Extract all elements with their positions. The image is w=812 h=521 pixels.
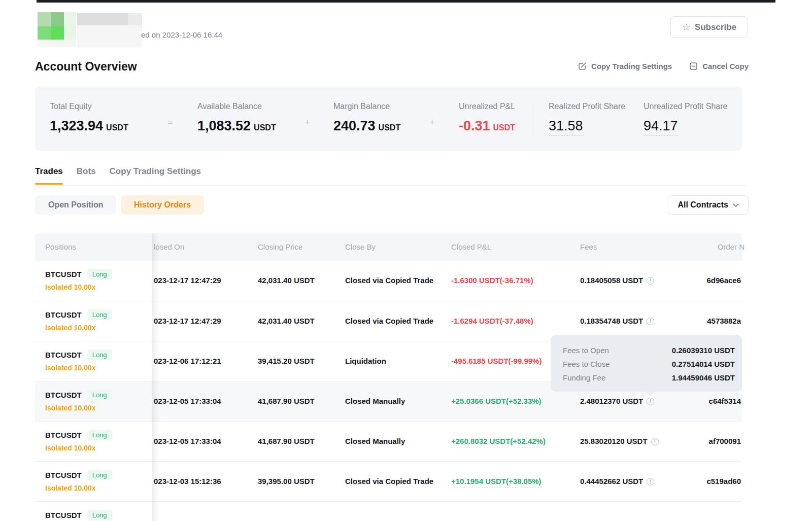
col-positions: Positions <box>45 233 76 261</box>
side-badge: Long <box>87 269 112 280</box>
fees-info-icon[interactable]: ! <box>647 478 654 485</box>
closed-pnl-value[interactable]: -1.6300 USDT(-36.71%) <box>451 276 533 287</box>
tooltip-value: 0.27514014 USDT <box>672 360 735 368</box>
trader-avatar <box>51 26 64 40</box>
close-by-cell: Closed via Copied Trade <box>345 261 433 300</box>
closed-pnl-value[interactable]: -495.6185 USDT(-99.99%) <box>451 357 542 367</box>
closing-price-cell: 39,415.20 USDT <box>258 341 315 381</box>
closing-price-cell: 42,031.40 USDT <box>258 301 315 341</box>
copy-trading-settings-label: Copy Trading Settings <box>591 62 672 71</box>
edit-icon <box>578 62 587 71</box>
fees-info-icon[interactable]: ! <box>647 318 654 325</box>
closed-on-cell: 023-12-03 15:12:36 <box>154 462 221 501</box>
closing-price-cell: 41,687.90 USDT <box>258 422 315 461</box>
history-orders-button[interactable]: History Orders <box>121 195 204 215</box>
col-fees: Fees <box>580 233 597 261</box>
subscribe-label: Subscribe <box>695 22 736 32</box>
table-row[interactable]: BTCUSDT Long Isolated 10.00x 023-12-03 1… <box>35 461 742 501</box>
plus-operator: + <box>304 117 310 128</box>
subscribe-button[interactable]: ☆ Subscribe <box>670 16 748 38</box>
active-tab-indicator <box>35 183 63 185</box>
stat-value: 31.58 <box>549 118 583 136</box>
closed-pnl-value[interactable]: +260.8032 USDT(+52.42%) <box>451 437 546 447</box>
account-stats-bar: Total Equity 1,323.94USDT = Available Ba… <box>35 86 742 151</box>
table-row[interactable]: BTCUSDT Long <box>35 501 742 521</box>
position-leverage: Isolated 10.00x <box>45 484 112 492</box>
table-row[interactable]: BTCUSDT Long Isolated 10.00x 023-12-05 1… <box>35 421 742 461</box>
side-badge: Long <box>87 350 112 360</box>
fees-value: 0.44452662 USDT <box>580 477 643 485</box>
stat-value: 1,083.52 <box>197 118 251 133</box>
stat-unit: USDT <box>254 123 276 132</box>
stat-label: Unrealized P&L <box>459 102 515 111</box>
table-row[interactable]: BTCUSDT Long Isolated 10.00x 023-12-17 1… <box>35 261 742 301</box>
close-by-cell: Closed via Copied Trade <box>345 301 433 341</box>
side-badge: Long <box>87 430 112 440</box>
tooltip-value: 0.26039310 USDT <box>672 346 735 355</box>
closing-price-cell: 39,395.00 USDT <box>258 462 315 501</box>
open-position-button[interactable]: Open Position <box>35 195 116 215</box>
tab-label: Bots <box>77 166 96 176</box>
tab-copy-trading-settings[interactable]: Copy Trading Settings <box>110 163 201 184</box>
col-closing-price: Closing Price <box>258 233 302 261</box>
position-symbol: BTCUSDT <box>45 310 82 319</box>
copy-trading-settings-link[interactable]: Copy Trading Settings <box>578 62 672 71</box>
position-symbol: BTCUSDT <box>45 391 82 399</box>
tooltip-value: 1.94459046 USDT <box>672 373 735 382</box>
tooltip-label: Fees to Close <box>563 360 610 368</box>
equals-operator: = <box>167 117 173 128</box>
position-cell: BTCUSDT Long Isolated 10.00x <box>45 430 112 452</box>
table-header: Positions losed On Closing Price Close B… <box>35 233 742 261</box>
contracts-dropdown[interactable]: All Contracts <box>668 195 749 215</box>
side-badge: Long <box>87 309 112 320</box>
copy-trading-page: ed on 2023-12-06 16:44 ☆ Subscribe Accou… <box>0 0 812 521</box>
trader-avatar <box>51 12 64 26</box>
tab-trades[interactable]: Trades <box>35 163 63 184</box>
stat-label: Available Balance <box>197 102 262 111</box>
stat-unit: USDT <box>379 123 401 132</box>
order-no-cell: c519ad60 <box>706 462 741 501</box>
page-title: Account Overview <box>35 60 137 74</box>
trader-avatar <box>38 26 51 40</box>
fees-info-icon[interactable]: ! <box>647 277 654 285</box>
stat-value: 94.17 <box>644 118 678 136</box>
minus-square-icon <box>689 62 698 71</box>
cancel-copy-link[interactable]: Cancel Copy <box>689 62 749 71</box>
side-badge: Long <box>87 510 112 520</box>
closed-on-cell: 023-12-06 17:12:21 <box>154 341 221 381</box>
closed-pnl-value[interactable]: +10.1954 USDT(+38.05%) <box>451 477 542 488</box>
tooltip-label: Funding Fee <box>563 373 605 382</box>
trader-name-blurred <box>77 13 128 25</box>
tab-label: Trades <box>35 166 63 176</box>
trader-name-blurred <box>77 25 142 48</box>
closed-pnl-value[interactable]: +25.0366 USDT(+52.33%) <box>451 397 542 407</box>
tab-label: Copy Trading Settings <box>110 166 201 176</box>
order-no-cell: 6d96ace6 <box>706 261 741 300</box>
close-by-cell: Liquidation <box>345 341 386 381</box>
position-symbol: BTCUSDT <box>45 431 82 439</box>
close-by-cell: Closed Manually <box>345 422 405 461</box>
position-symbol: BTCUSDT <box>45 471 82 479</box>
fees-info-icon[interactable]: ! <box>647 398 654 405</box>
closed-pnl-value[interactable]: -1.6294 USDT(-37.48%) <box>451 317 533 327</box>
trader-avatar <box>38 40 76 47</box>
closing-price-cell: 42,031.40 USDT <box>258 261 315 300</box>
position-leverage: Isolated 10.00x <box>45 404 112 412</box>
trader-name-blurred <box>128 13 142 25</box>
trader-avatar <box>64 12 76 40</box>
fees-value: 25.83020120 USDT <box>580 437 648 445</box>
fees-info-icon[interactable]: ! <box>651 438 659 445</box>
stat-label: Margin Balance <box>333 102 390 111</box>
position-symbol: BTCUSDT <box>45 351 82 359</box>
closing-price-cell: 41,687.90 USDT <box>258 381 315 421</box>
position-cell: BTCUSDT Long Isolated 10.00x <box>45 470 112 492</box>
fees-breakdown-tooltip: Fees to Open 0.26039310 USDT Fees to Clo… <box>551 335 742 392</box>
position-leverage: Isolated 10.00x <box>45 444 112 452</box>
closed-on-cell: 023-12-05 17:33:04 <box>154 381 221 421</box>
position-cell: BTCUSDT Long Isolated 10.00x <box>45 269 112 291</box>
stat-label: Realized Profit Share <box>549 102 625 111</box>
stat-unit: USDT <box>493 123 516 132</box>
tab-bots[interactable]: Bots <box>77 163 96 184</box>
window-top-border <box>37 0 775 3</box>
stats-divider <box>532 106 532 135</box>
